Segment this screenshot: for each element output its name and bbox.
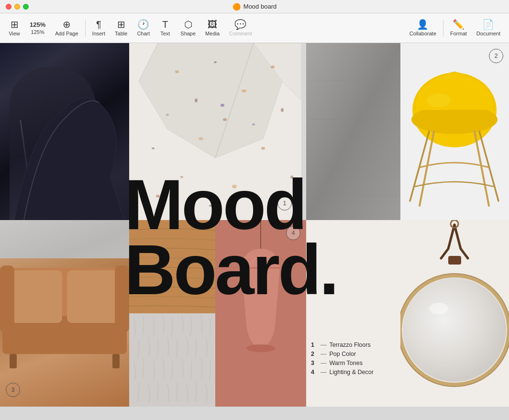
svg-rect-24	[306, 43, 400, 220]
zoom-button[interactable]: 125% 125%	[25, 19, 50, 38]
svg-point-7	[271, 66, 275, 68]
legend-item-3: 3 — Warm Tones	[311, 360, 396, 366]
text-button[interactable]: T Text	[155, 17, 176, 39]
fur-svg	[129, 313, 215, 407]
separator-1	[85, 20, 86, 37]
legend-num-3: 3	[311, 360, 318, 366]
svg-point-3	[175, 70, 179, 73]
svg-point-18	[209, 205, 212, 207]
svg-rect-53	[448, 256, 461, 265]
format-icon: ✏️	[453, 20, 465, 29]
legend-dash-4: —	[321, 369, 327, 376]
chart-icon: 🕐	[137, 20, 149, 29]
svg-point-20	[252, 123, 255, 125]
svg-point-10	[281, 108, 284, 112]
document-icon: 📄	[482, 20, 494, 29]
svg-point-56	[403, 278, 506, 382]
svg-point-8	[166, 114, 169, 116]
legend-num-4: 4	[311, 369, 318, 376]
svg-point-11	[199, 137, 203, 140]
svg-rect-43	[115, 265, 129, 332]
add-page-label: Add Page	[55, 31, 78, 36]
comment-button[interactable]: 💬 Comment	[224, 17, 257, 39]
document-button[interactable]: 📄 Document	[472, 17, 505, 39]
title-icon: 🟠	[232, 3, 241, 11]
photo-bottom-left: 3	[0, 220, 129, 407]
leather-sofa	[0, 258, 129, 407]
chart-button[interactable]: 🕐 Chart	[132, 17, 155, 39]
toolbar: ⊞ View 125% 125% ⊕ Add Page ¶ Insert ⊞ T…	[0, 13, 509, 43]
table-icon: ⊞	[117, 20, 125, 29]
format-button[interactable]: ✏️ Format	[445, 17, 472, 39]
legend-dash-1: —	[321, 342, 327, 348]
view-icon: ⊞	[11, 20, 19, 29]
badge-4: 4	[286, 226, 300, 240]
legend-text-4: Lighting & Decor	[330, 369, 374, 376]
comment-icon: 💬	[234, 20, 246, 29]
shape-label: Shape	[180, 31, 196, 36]
add-page-icon: ⊕	[63, 20, 71, 29]
minimize-button[interactable]	[14, 4, 20, 10]
svg-point-50	[246, 344, 275, 352]
view-label: View	[9, 31, 20, 36]
svg-point-15	[232, 185, 237, 188]
insert-button[interactable]: ¶ Insert	[88, 17, 111, 39]
traffic-lights	[6, 4, 29, 10]
legend-box: 1 — Terrazzo Floors 2 — Pop Color 3 — Wa…	[311, 342, 396, 378]
legend-text-3: Warm Tones	[330, 360, 363, 366]
photo-terrazzo: 1	[129, 43, 301, 220]
collaborate-button[interactable]: 👤 Collaborate	[405, 17, 441, 39]
titlebar: 🟠 Mood board	[0, 0, 509, 13]
legend-num-1: 1	[311, 342, 318, 348]
badge-3: 3	[6, 383, 20, 397]
svg-rect-42	[0, 265, 14, 332]
window-title: 🟠 Mood board	[232, 3, 277, 11]
svg-point-9	[223, 118, 227, 121]
shape-icon: ⬡	[184, 20, 192, 29]
media-button[interactable]: 🖼 Media	[200, 17, 224, 39]
text-icon: T	[162, 20, 168, 29]
legend-dash-3: —	[321, 360, 327, 366]
photo-dark-chair	[0, 43, 129, 220]
photo-wood	[129, 220, 215, 313]
comment-label: Comment	[229, 31, 252, 36]
title-text: Mood board	[243, 3, 277, 10]
mirror-svg	[400, 220, 509, 407]
sofa-svg	[0, 258, 129, 407]
text-label: Text	[160, 31, 170, 36]
legend-item-4: 4 — Lighting & Decor	[311, 369, 396, 376]
svg-point-13	[261, 147, 265, 150]
svg-point-5	[242, 89, 246, 92]
zoom-label: 125%	[31, 29, 44, 35]
document-label: Document	[476, 31, 500, 36]
collaborate-icon: 👤	[417, 20, 429, 29]
maximize-button[interactable]	[23, 4, 29, 10]
media-label: Media	[205, 31, 220, 36]
table-label: Table	[115, 31, 127, 36]
legend-text-1: Terrazzo Floors	[330, 342, 371, 348]
chair-svg	[0, 43, 129, 220]
shape-button[interactable]: ⬡ Shape	[176, 17, 200, 39]
photo-pendant: 4	[215, 220, 306, 407]
svg-rect-45	[112, 354, 120, 368]
add-page-button[interactable]: ⊕ Add Page	[50, 17, 83, 39]
svg-point-4	[214, 61, 217, 63]
legend-text-2: Pop Color	[330, 351, 356, 357]
insert-icon: ¶	[96, 20, 101, 29]
close-button[interactable]	[6, 4, 11, 10]
view-button[interactable]: ⊞ View	[4, 17, 25, 39]
terrazzo-svg	[129, 43, 301, 220]
legend-num-2: 2	[311, 351, 318, 357]
svg-rect-44	[10, 354, 17, 368]
canvas: 1	[0, 43, 509, 420]
svg-rect-46	[129, 220, 215, 313]
svg-point-6	[195, 99, 198, 102]
concrete-svg	[306, 43, 400, 220]
table-button[interactable]: ⊞ Table	[110, 17, 132, 39]
wood-svg	[129, 220, 215, 313]
photo-fur	[129, 313, 215, 407]
badge-1: 1	[277, 196, 292, 210]
legend-item-2: 2 — Pop Color	[311, 351, 396, 357]
format-label: Format	[450, 31, 467, 36]
insert-label: Insert	[92, 31, 106, 36]
